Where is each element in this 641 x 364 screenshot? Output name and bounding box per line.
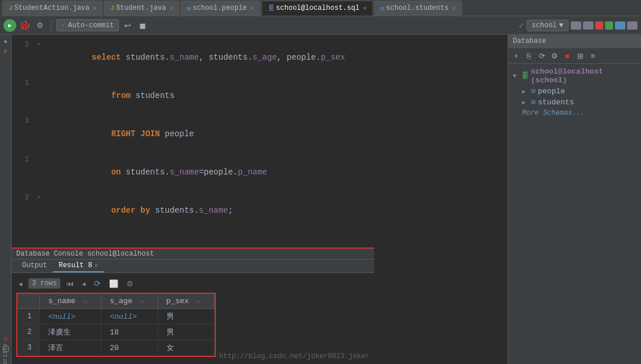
code-line-4: 1 on students.s_name=people.p_name <box>12 153 508 191</box>
col-header-sage[interactable]: s_age ⬆⬇ <box>102 294 158 309</box>
result-prev-btn[interactable]: ◂ <box>79 278 88 289</box>
tree-more-schemas[interactable]: More Schemas... <box>508 108 641 118</box>
tree-area: ▼ 🗄 school@localhost (school) ▶ ⊞ people… <box>508 64 641 364</box>
result-toolbar: ◂ 3 rows ⏮ ◂ ⟳ ⬜ ⚙ <box>16 278 370 289</box>
cell-sname: 泽虞生 <box>40 325 102 340</box>
table-row: 1 <null> <null> 男 <box>17 309 215 325</box>
cell-sname: <null> <box>40 309 102 325</box>
far-left-icon-1: ● <box>1 37 10 46</box>
result-export-btn[interactable]: ⬜ <box>107 278 121 289</box>
chevron-down-icon: ▼ <box>559 21 563 30</box>
far-left-bar: ● P ✕ Favorites <box>0 35 12 364</box>
sidebar-refresh-btn[interactable]: ⟳ <box>536 50 548 61</box>
line-fold[interactable]: ▾ <box>35 191 43 204</box>
tree-table-students[interactable]: ▶ ⊞ students <box>508 97 641 108</box>
rows-count: 3 rows <box>28 278 60 289</box>
result-table: s_name ⬆⬇ s_age ⬆⬇ p_sex ⬆⬇ <box>17 294 215 356</box>
cell-psex: 男 <box>158 325 214 340</box>
bottom-tabs: Output Result 8 ✕ <box>12 260 374 273</box>
line-number: 3 <box>12 115 35 128</box>
sort-arrows: ⬆⬇ <box>139 299 145 304</box>
cell-sage: 20 <box>102 340 158 356</box>
connection-ok-icon: ✓ <box>519 20 524 31</box>
sort-arrows: ⬆⬇ <box>82 299 88 304</box>
col-header-psex[interactable]: p_sex ⬆⬇ <box>158 294 214 309</box>
grid-icon[interactable] <box>571 21 581 30</box>
close-icon[interactable]: ✕ <box>251 5 254 12</box>
close-icon[interactable]: ✕ <box>363 5 367 12</box>
row-num: 2 <box>17 325 40 340</box>
run-icon[interactable] <box>605 21 613 30</box>
sidebar-stop-btn[interactable]: ■ <box>562 50 573 61</box>
table-row: 2 泽虞生 18 男 <box>17 325 215 340</box>
tab-bar: J StudentAction.java ✕ J Student.java ✕ … <box>0 0 641 16</box>
close-icon[interactable]: ✕ <box>169 5 173 12</box>
result-back-btn[interactable]: ◂ <box>16 278 25 289</box>
sidebar-toolbar: + ⎘ ⟳ ⚙ ■ ⊞ ≡ <box>508 48 641 64</box>
row-num-header <box>17 294 40 309</box>
separator <box>51 20 52 31</box>
sidebar-copy-btn[interactable]: ⎘ <box>523 50 535 61</box>
cell-psex: 女 <box>158 340 214 356</box>
tab-studentaction[interactable]: J StudentAction.java ✕ <box>2 1 103 16</box>
result-settings-btn[interactable]: ⚙ <box>124 278 136 289</box>
line-number: 1 <box>12 153 35 166</box>
cell-psex: 男 <box>158 309 214 325</box>
cell-sage: 18 <box>102 325 158 340</box>
tab-result8[interactable]: Result 8 ✕ <box>53 260 104 272</box>
right-icons <box>571 21 638 30</box>
code-line-5: 2 ▾ order by students.s_name; <box>12 191 508 230</box>
tree-connection[interactable]: ▼ 🗄 school@localhost (school) <box>508 66 641 86</box>
close-icon[interactable]: ✕ <box>452 5 455 12</box>
line-fold[interactable]: ▾ <box>35 38 43 51</box>
auto-commit-toggle[interactable]: ✓ Auto-commit <box>56 19 119 31</box>
result-table-area: ◂ 3 rows ⏮ ◂ ⟳ ⬜ ⚙ s_name <box>12 273 374 364</box>
main-toolbar: ▶ 🐞 ⚙ ✓ Auto-commit ↩ ◼ ✓ school ▼ <box>0 16 641 35</box>
tab-school-sql[interactable]: 🗄 school@localhost.sql ✕ <box>262 1 373 16</box>
database-sidebar: Database + ⎘ ⟳ ⚙ ■ ⊞ ≡ ▼ 🗄 school@localh… <box>508 35 641 364</box>
row-num: 3 <box>17 340 40 356</box>
line-content: order by students.s_name; <box>43 191 508 230</box>
table-header-row: s_name ⬆⬇ s_age ⬆⬇ p_sex ⬆⬇ <box>17 294 215 309</box>
far-left-icon-3: ✕ <box>1 334 10 343</box>
close-icon[interactable]: ✕ <box>93 5 96 12</box>
line-content: from students <box>43 77 508 115</box>
code-line-3: 3 RIGHT JOIN people <box>12 115 508 153</box>
stop-icon[interactable] <box>595 21 603 30</box>
settings-icon[interactable] <box>627 21 638 30</box>
result-refresh-btn[interactable]: ⟳ <box>92 278 103 289</box>
undo-button[interactable]: ↩ <box>121 19 134 32</box>
sidebar-header: Database <box>508 35 641 48</box>
sidebar-settings-btn[interactable]: ⚙ <box>549 50 560 61</box>
cell-sage: <null> <box>102 309 158 325</box>
tab-output[interactable]: Output <box>16 260 53 272</box>
database-selector[interactable]: school ▼ <box>527 20 568 31</box>
tree-table-people[interactable]: ▶ ⊞ people <box>508 86 641 97</box>
tab-school-people[interactable]: ⊞ school.people ✕ <box>180 1 260 16</box>
settings-button[interactable]: ⚙ <box>34 19 46 32</box>
far-left-label: Favorites <box>1 355 10 364</box>
close-icon[interactable]: ✕ <box>95 262 98 269</box>
cell-sname: 泽言 <box>40 340 102 356</box>
sidebar-filter-btn[interactable]: ≡ <box>587 50 599 61</box>
sidebar-add-btn[interactable]: + <box>510 50 522 61</box>
result-skip-btn[interactable]: ⏮ <box>64 278 76 289</box>
bottom-status-bar: Database Console school@localhost <box>12 249 374 260</box>
row-num: 1 <box>17 309 40 325</box>
grid-icon-2[interactable] <box>583 21 593 30</box>
line-content: RIGHT JOIN people <box>43 115 508 153</box>
checkmark-icon: ✓ <box>61 21 66 30</box>
result-table-wrapper: s_name ⬆⬇ s_age ⬆⬇ p_sex ⬆⬇ <box>16 293 216 357</box>
main-layout: ● P ✕ Favorites 2 ▾ select students.s_na… <box>0 35 641 364</box>
debug-button[interactable]: 🐞 <box>19 19 31 32</box>
tab-school-students[interactable]: ⊞ school.students ✕ <box>374 1 462 16</box>
line-content: select students.s_name, students.s_age, … <box>43 38 508 77</box>
db-icon[interactable] <box>615 21 625 30</box>
sidebar-grid-btn[interactable]: ⊞ <box>574 50 586 61</box>
play-button[interactable]: ▶ <box>3 19 16 32</box>
stop-button[interactable]: ◼ <box>136 19 149 32</box>
col-header-sname[interactable]: s_name ⬆⬇ <box>40 294 102 309</box>
line-number: 2 <box>12 38 35 51</box>
line-number: 2 <box>12 191 35 204</box>
tab-student[interactable]: J Student.java ✕ <box>104 1 179 16</box>
